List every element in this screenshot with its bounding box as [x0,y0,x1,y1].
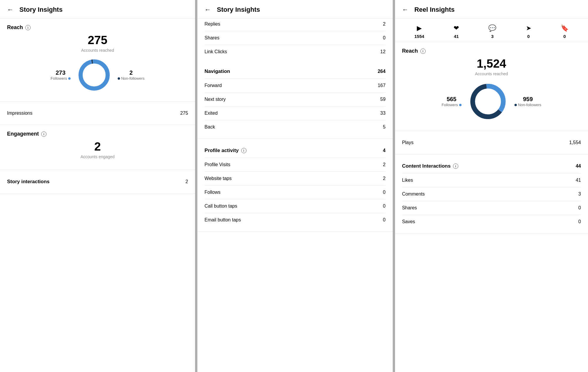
profile-visits-value: 2 [383,162,386,167]
likes-value-3: 41 [576,178,581,183]
plays-label: Plays [402,140,414,145]
accounts-reached-num-3: 1,524 [402,57,581,70]
link-clicks-row: Link Clicks 12 [204,46,385,57]
saves-icon-item: 🔖 0 [561,24,569,39]
next-story-row: Next story 59 [204,94,385,105]
comments-label-3: Comments [402,191,425,197]
accounts-reached-label-3: Accounts reached [402,71,581,76]
replies-label: Replies [204,21,220,27]
panel1-header: ← Story Insights [0,0,195,19]
reach-label-3: Reach i [402,48,581,54]
call-button-value: 0 [383,203,386,209]
panel1-title: Story Insights [19,6,63,14]
shares-value-3: 0 [578,205,581,211]
reel-icons-row: ▶ 1554 ❤ 41 💬 3 ➤ 0 🔖 0 [395,19,588,42]
likes-icon-item: ❤ 41 [454,24,459,39]
shares-row-3: Shares 0 [402,202,581,213]
saves-value-3: 0 [578,219,581,224]
panel3-header: ← Reel Insights [395,0,588,19]
impressions-section-1: Impressions 275 [0,102,195,125]
heart-icon: ❤ [454,24,459,32]
content-interactions-info-icon[interactable]: i [453,164,458,169]
likes-row-3: Likes 41 [402,175,581,186]
saves-row-3: Saves 0 [402,216,581,227]
plays-icon-num: 1554 [414,34,424,39]
comment-icon: 💬 [488,24,496,32]
shares-row: Shares 0 [204,32,385,44]
reach-section-3: Reach i 1,524 Accounts reached 565 Follo… [395,42,588,131]
replies-section: Replies 2 Shares 0 Link Clicks 12 [197,19,392,57]
email-button-label: Email button taps [204,217,241,223]
follows-label: Follows [204,190,220,195]
comments-icon-num: 3 [491,34,494,39]
profile-activity-value: 4 [383,148,386,153]
content-interactions-section: Content Interactions i 44 Likes 41 Comme… [395,154,588,233]
navigation-section: Navigation 264 Forward 167 Next story 59… [197,60,392,139]
follows-row: Follows 0 [204,187,385,198]
shares-value: 0 [383,35,386,41]
exited-row: Exited 33 [204,108,385,119]
reach-info-icon-3[interactable]: i [420,49,426,54]
reach-label-1: Reach i [7,24,188,31]
panel2-title: Story Insights [217,6,260,14]
back-nav-row: Back 5 [204,121,385,133]
email-button-row: Email button taps 0 [204,214,385,226]
play-icon: ▶ [417,24,422,32]
exited-label: Exited [204,111,217,116]
divider-2 [393,0,395,372]
shares-label-3: Shares [402,205,417,211]
story-interactions-section-1: Story interactions 2 [0,170,195,194]
comments-row-3: Comments 3 [402,188,581,200]
donut-container-3: 565 Followers 959 Non-followers [402,81,581,122]
exited-value: 33 [380,111,386,116]
donut-chart-3 [467,81,509,122]
back-nav-value: 5 [383,124,386,130]
next-story-label: Next story [204,97,226,102]
profile-visits-label: Profile Visits [204,162,230,167]
profile-activity-section: Profile activity i 4 Profile Visits 2 We… [197,139,392,232]
likes-icon-num: 41 [454,34,459,39]
replies-value: 2 [383,21,386,27]
plays-section: Plays 1,554 [395,131,588,154]
donut-container-1: 273 Followers 2 Non-followers [7,57,188,93]
followers-dot-1 [68,77,71,80]
navigation-label: Navigation [204,69,230,74]
engagement-section-1: Engagement i 2 Accounts engaged [0,125,195,170]
forward-value: 167 [378,83,386,88]
back-button-1[interactable]: ← [7,6,14,14]
reach-info-icon-1[interactable]: i [25,25,31,30]
story-interactions-label-1: Story interactions [7,179,50,185]
donut-chart-1 [76,57,112,93]
accounts-reached-num-1: 275 [7,34,188,47]
story-interactions-row-1: Story interactions 2 [7,176,188,188]
nonfollowers-dot-1 [118,77,120,80]
content-interactions-row: Content Interactions i 44 [402,160,581,172]
engagement-info-icon-1[interactable]: i [41,131,46,137]
nonfollowers-label-right-3: 959 Non-followers [514,96,541,107]
shares-label: Shares [204,35,219,41]
svg-point-0 [81,61,108,89]
profile-activity-info-icon[interactable]: i [241,148,246,153]
call-button-row: Call button taps 0 [204,201,385,212]
followers-label-left-1: 273 Followers [51,69,71,81]
story-interactions-value-1: 2 [185,179,188,184]
back-button-2[interactable]: ← [204,6,211,14]
link-clicks-value: 12 [380,49,386,54]
impressions-value-1: 275 [180,111,188,116]
panel-reel-insights: ← Reel Insights ▶ 1554 ❤ 41 💬 3 ➤ 0 🔖 0 … [395,0,588,372]
navigation-row: Navigation 264 [204,66,385,77]
accounts-engaged-num-1: 2 [7,140,188,153]
navigation-value: 264 [378,69,386,74]
nonfollowers-dot-3 [514,104,517,106]
email-button-value: 0 [383,217,386,223]
comments-icon-item: 💬 3 [488,24,496,39]
panel-story-insights-1: ← Story Insights Reach i 275 Accounts re… [0,0,195,372]
likes-label-3: Likes [402,178,413,183]
engagement-label-1: Engagement i [7,131,188,137]
profile-visits-row: Profile Visits 2 [204,159,385,170]
forward-label: Forward [204,83,222,88]
content-interactions-label: Content Interactions i [402,163,458,169]
back-button-3[interactable]: ← [402,6,409,14]
accounts-engaged-label-1: Accounts engaged [7,154,188,159]
replies-row: Replies 2 [204,19,385,30]
